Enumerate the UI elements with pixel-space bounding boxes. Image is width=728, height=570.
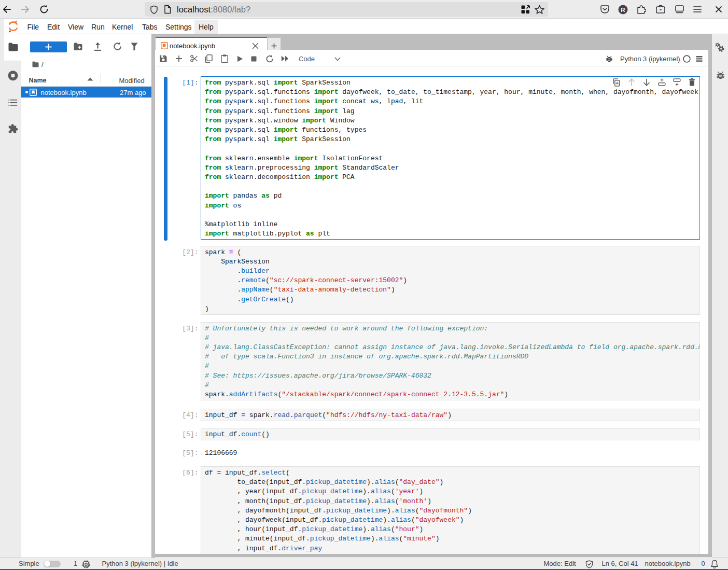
svg-text:R: R: [621, 7, 625, 13]
